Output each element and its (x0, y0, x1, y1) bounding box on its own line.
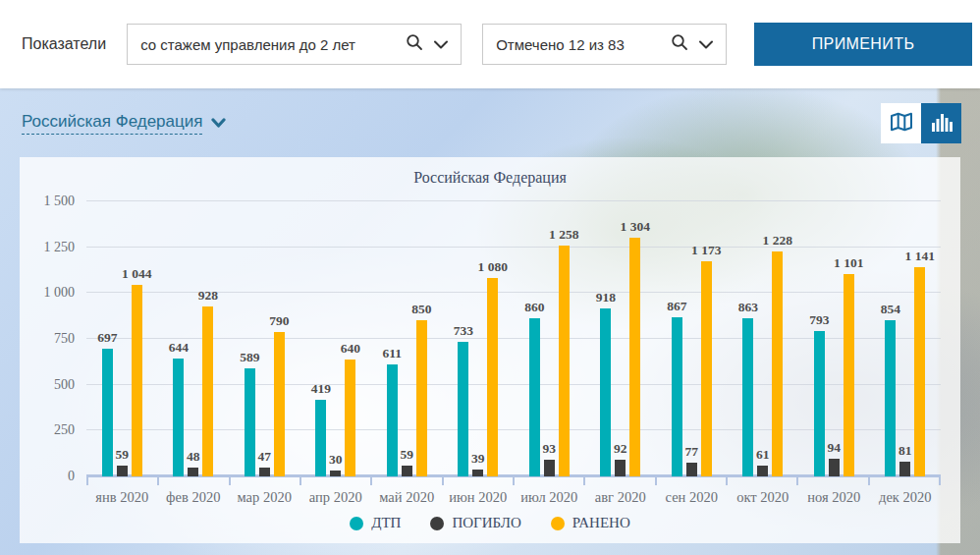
bar-value-label: 1 141 (905, 249, 935, 264)
bar-погибло[interactable]: 59 (117, 466, 128, 476)
legend-label: ДТП (371, 515, 401, 531)
bar-value-label: 77 (685, 444, 699, 460)
chart-panel: Российская Федерация 02505007501 0001 25… (20, 157, 960, 543)
month-group: 860931 258 (514, 201, 585, 476)
bar-погибло[interactable]: 39 (472, 470, 483, 476)
month-group: 733391 080 (443, 201, 515, 476)
legend-item-ранено[interactable]: РАНЕНО (551, 515, 630, 531)
month-group: 41930640 (300, 201, 372, 476)
bar-value-label: 867 (667, 299, 686, 314)
bar-погибло[interactable]: 81 (899, 462, 910, 476)
bar-groups: 697591 044644489285894779041930640611598… (86, 201, 941, 476)
axis-tick (442, 476, 513, 485)
bar-ранено[interactable]: 850 (416, 320, 427, 476)
bar-value-label: 863 (738, 300, 758, 315)
x-axis-month-label: апр 2020 (300, 485, 372, 506)
bar-value-label: 39 (471, 451, 485, 467)
bar-ранено[interactable]: 1 141 (914, 267, 925, 476)
chart-area: 02505007501 0001 2501 500697591 04464448… (20, 187, 960, 476)
filter-toolbar: Показатели со стажем управления до 2 лет… (0, 0, 980, 88)
bar-value-label: 1 101 (834, 255, 863, 271)
axis-tick (726, 476, 796, 485)
bar-ранено[interactable]: 1 101 (844, 274, 854, 476)
chart-view-button[interactable] (921, 103, 961, 143)
bar-погибло[interactable]: 59 (402, 466, 412, 476)
chart-legend: ДТППОГИБЛОРАНЕНО (20, 515, 960, 531)
bar-дтп[interactable]: 854 (885, 320, 896, 476)
bar-ранено[interactable]: 1 044 (132, 285, 142, 476)
bar-дтп[interactable]: 419 (315, 400, 326, 476)
month-group: 58947790 (229, 201, 300, 476)
bar-value-label: 30 (329, 452, 343, 468)
region-selector-link[interactable]: Российская Федерация (22, 112, 226, 135)
bar-ранено[interactable]: 790 (274, 332, 285, 476)
bar-погибло[interactable]: 94 (829, 459, 840, 476)
axis-tick (370, 476, 441, 485)
bar-value-label: 644 (169, 340, 189, 356)
x-axis-month-label: июл 2020 (514, 485, 585, 506)
bar-ранено[interactable]: 1 080 (487, 278, 498, 476)
bar-погибло[interactable]: 48 (188, 468, 198, 476)
apply-button[interactable]: ПРИМЕНИТЬ (754, 23, 972, 66)
bar-дтп[interactable]: 611 (387, 364, 398, 476)
bar-value-label: 850 (411, 302, 431, 317)
bar-value-label: 640 (341, 341, 360, 357)
bar-дтп[interactable]: 733 (458, 342, 468, 476)
bar-погибло[interactable]: 77 (686, 463, 697, 476)
bar-дтп[interactable]: 860 (529, 318, 540, 476)
bar-ранено[interactable]: 640 (345, 360, 355, 476)
chart-title: Российская Федерация (20, 157, 960, 187)
month-group: 793941 101 (798, 201, 870, 476)
bar-ранено[interactable]: 928 (202, 306, 213, 476)
indicators-label: Показатели (22, 35, 106, 53)
bar-дтп[interactable]: 867 (672, 317, 682, 476)
legend-dot-icon (430, 517, 444, 530)
bar-погибло[interactable]: 92 (615, 460, 626, 476)
bar-value-label: 81 (898, 443, 912, 459)
indicator-select-value: со стажем управления до 2 лет (140, 36, 406, 53)
bar-дтп[interactable]: 918 (600, 308, 611, 476)
region-row: Российская Федерация (0, 88, 980, 157)
month-group: 854811 141 (870, 201, 942, 476)
bar-ранено[interactable]: 1 304 (629, 238, 640, 476)
bar-value-label: 59 (401, 447, 414, 463)
axis-tick (86, 476, 157, 485)
axis-tick (157, 476, 228, 485)
bar-value-label: 94 (828, 440, 842, 456)
y-axis-tick-label: 750 (54, 331, 75, 347)
bar-дтп[interactable]: 589 (245, 368, 255, 476)
bar-value-label: 92 (614, 441, 627, 457)
x-axis-month-label: май 2020 (371, 485, 443, 506)
bar-value-label: 93 (543, 441, 557, 457)
y-axis-tick-label: 500 (54, 377, 75, 393)
bar-value-label: 854 (881, 302, 900, 317)
x-axis-month-label: ноя 2020 (798, 485, 870, 506)
bar-погибло[interactable]: 93 (544, 460, 555, 476)
bar-value-label: 918 (596, 290, 616, 305)
indicator-select[interactable]: со стажем управления до 2 лет (127, 24, 462, 65)
legend-item-дтп[interactable]: ДТП (350, 515, 401, 531)
bar-value-label: 419 (311, 381, 331, 397)
bar-дтп[interactable]: 863 (742, 318, 753, 476)
bar-value-label: 1 228 (763, 233, 792, 249)
bar-chart-icon (931, 112, 953, 135)
bar-погибло[interactable]: 47 (259, 468, 270, 476)
x-axis-ticks (86, 476, 941, 485)
regions-select[interactable]: Отмечено 12 из 83 (482, 24, 727, 65)
bar-value-label: 48 (187, 449, 200, 465)
bar-value-label: 733 (454, 323, 473, 339)
bar-ранено[interactable]: 1 173 (701, 261, 712, 476)
bar-дтп[interactable]: 793 (814, 331, 825, 476)
bar-дтп[interactable]: 697 (102, 349, 113, 476)
bar-ранено[interactable]: 1 258 (559, 246, 570, 476)
bar-value-label: 1 304 (621, 219, 650, 235)
bar-value-label: 61 (756, 447, 770, 463)
bar-дтп[interactable]: 644 (173, 359, 184, 476)
bar-погибло[interactable]: 61 (757, 466, 768, 476)
bar-ранено[interactable]: 1 228 (772, 251, 783, 476)
map-view-button[interactable] (881, 103, 921, 143)
bar-value-label: 860 (524, 300, 544, 315)
axis-tick (868, 476, 941, 485)
legend-item-погибло[interactable]: ПОГИБЛО (430, 515, 520, 531)
bar-value-label: 47 (258, 449, 272, 465)
